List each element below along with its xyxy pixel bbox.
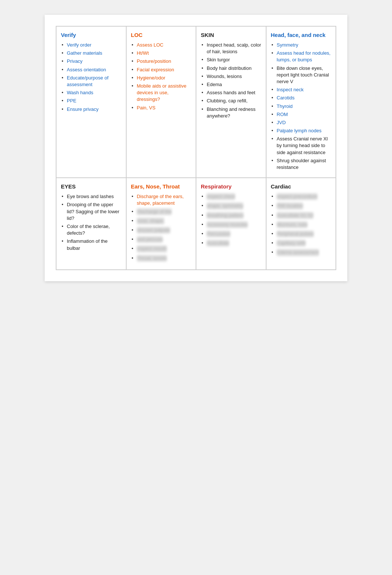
list-item: Palpate lymph nodes [271,127,331,134]
header-cardiac: Cardiac [271,183,331,190]
list-item: Peripheral pulses [271,231,331,238]
list-item: Breathing pattern [201,212,261,220]
list-head-face-neck: Symmetry Assess head for nodules, lumps,… [271,42,331,171]
cell-eyes: EYES Eye brows and lashes Drooping of th… [56,178,126,270]
list-item: Inspect precordium [271,193,331,201]
list-item: Murmurs, rubs [271,221,331,229]
list-item: JVD [271,119,331,126]
list-item: Inspect head, scalp, color of hair, lesi… [201,42,261,55]
list-respiratory: Inspect chest shape, symmetry Breathing … [201,193,261,248]
list-item: shape, symmetry [201,203,261,210]
list-item: Auscultate S1 S2 [271,212,331,220]
list-item: Inflammation of the bulbar [61,238,121,251]
list-item: Edema assessment [271,249,331,257]
list-item: Discharge of the ears, shape, placement [131,193,192,207]
list-item: sinuses palpate [131,227,192,235]
list-item: Skin turgor [201,57,261,63]
list-item: Throat, tonsils [131,255,192,263]
list-cardiac: Inspect precordium PMI location Ausculta… [271,193,331,257]
header-skin: SKIN [201,32,261,38]
list-item: Inspect mouth [131,245,192,253]
header-verify: Verify [61,32,121,38]
header-head-face-neck: Head, face, and neck [271,32,331,38]
list-item: Eye brows and lashes [61,193,121,200]
list-item: Wounds, lesions [201,73,261,80]
list-item: Inspect chest [201,193,261,201]
list-item: Posture/position [131,58,192,65]
cell-verify: Verify Verify order Gather materials Pri… [56,26,126,178]
list-item: Drooping of the upper lid? Sagging of th… [61,201,121,222]
list-item: Ensure privacy [61,106,121,113]
list-item: nose, shape, [131,218,192,225]
list-item: Symmetry [271,42,331,48]
list-item: Bite down close eyes, report light touch… [271,65,331,85]
list-item: Assess Cranial nerve XI by turning head … [271,136,331,156]
list-item: PPE [61,98,121,104]
cell-respiratory: Respiratory Inspect chest shape, symmetr… [196,178,266,270]
cell-skin: SKIN Inspect head, scalp, color of hair,… [196,26,266,178]
list-item: Auscultate [201,240,261,248]
list-item: Color of the sclerae, defects? [61,223,121,237]
list-item: Percussion [201,231,261,238]
header-loc: LOC [131,32,192,38]
list-item: Edema [201,81,261,88]
list-item: Assess LOC [131,42,192,48]
page: Verify Verify order Gather materials Pri… [45,15,347,281]
list-eyes: Eye brows and lashes Drooping of the upp… [61,193,121,252]
list-item: ROM [271,111,331,118]
list-item: Pain, VS [131,105,192,111]
list-item: Mobile aids or assistive devices in use,… [131,83,192,103]
list-item: Facial expression [131,67,192,73]
list-ears-nose-throat: Discharge of the ears, shape, placement … [131,193,192,263]
list-item: and percuss [131,236,192,244]
list-item: Carotids [271,95,331,101]
cell-cardiac: Cardiac Inspect precordium PMI location … [266,178,336,270]
cell-loc: LOC Assess LOC Ht/Wt Posture/position Fa… [126,26,196,178]
cell-ears-nose-throat: Ears, Nose, Throat Discharge of the ears… [126,178,196,270]
list-item: Thyroid [271,103,331,110]
list-item: Shrug shoulder against resistance [271,157,331,171]
list-item: Accessory muscles [201,221,261,229]
header-ears-nose-throat: Ears, Nose, Throat [131,183,192,190]
list-item: Wash hands [61,89,121,96]
list-item: Hygiene/odor [131,75,192,81]
list-verify: Verify order Gather materials Privacy As… [61,42,121,113]
cell-head-face-neck: Head, face, and neck Symmetry Assess hea… [266,26,336,178]
list-item: Privacy [61,58,121,65]
header-eyes: EYES [61,183,121,190]
list-item: Body hair distribution [201,65,261,72]
list-item: Gather materials [61,50,121,57]
list-item: Ht/Wt [131,50,192,57]
list-item: Capillary refill [271,240,331,248]
list-item: Blanching and redness anywhere? [201,106,261,119]
list-item: Assess head for nodules, lumps, or bumps [271,50,331,63]
header-respiratory: Respiratory [201,183,261,190]
list-loc: Assess LOC Ht/Wt Posture/position Facial… [131,42,192,111]
list-skin: Inspect head, scalp, color of hair, lesi… [201,42,261,119]
list-item: Inspect neck [271,86,331,93]
list-item: Discharge of the [131,208,192,216]
main-grid: Verify Verify order Gather materials Pri… [56,26,336,270]
list-item: Clubbing, cap refill, [201,98,261,104]
list-item: Assess hands and feet [201,89,261,96]
list-item: Educate/purpose of assessment [61,75,121,88]
list-item: Assess orientation [61,67,121,73]
list-item: PMI location [271,203,331,210]
list-item: Verify order [61,42,121,48]
